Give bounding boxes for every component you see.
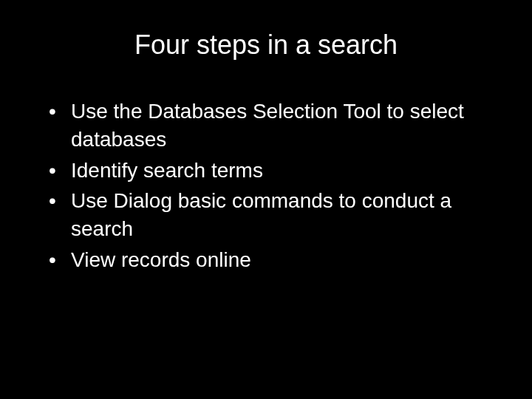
list-item: Use Dialog basic commands to conduct a s… bbox=[44, 187, 502, 243]
list-item: Identify search terms bbox=[44, 157, 502, 185]
slide-title: Four steps in a search bbox=[30, 30, 502, 61]
list-item: View records online bbox=[44, 246, 502, 274]
list-item: Use the Databases Selection Tool to sele… bbox=[44, 98, 502, 154]
slide: Four steps in a search Use the Databases… bbox=[0, 0, 532, 399]
bullet-list: Use the Databases Selection Tool to sele… bbox=[30, 98, 502, 274]
